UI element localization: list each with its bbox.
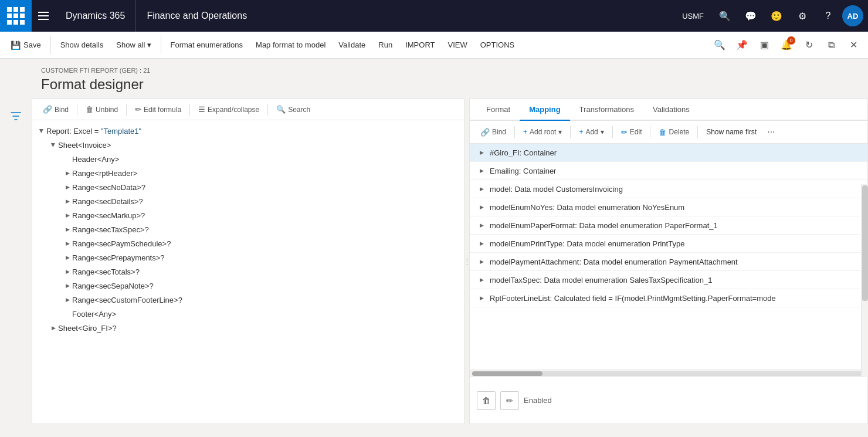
right-bind-button[interactable]: 🔗 Bind [476, 126, 511, 139]
tree-item[interactable]: ▶ Report: Excel = "Template1" [32, 124, 464, 138]
edit-formula-button[interactable]: ✏ Edit formula [130, 103, 186, 116]
tree-container[interactable]: ▶ Report: Excel = "Template1" ▶ Sheet<In… [32, 120, 464, 424]
chat-button[interactable]: 💬 [739, 4, 762, 28]
tree-item[interactable]: ▶ Range<secNoData>? [32, 180, 464, 194]
tree-item[interactable]: ▶ Sheet<Invoice> [32, 138, 464, 152]
avatar[interactable]: AD [842, 5, 863, 26]
map-format-button[interactable]: Map format to model [250, 37, 331, 53]
bottom-edit-button[interactable]: ✏ [500, 391, 519, 410]
mapping-item[interactable]: ▶ modelEnumNoYes: Data model enumeration… [470, 198, 867, 216]
mapping-arrow-icon[interactable]: ▶ [477, 239, 486, 248]
filter-icon[interactable] [4, 104, 28, 128]
bind-button[interactable]: 🔗 Bind [38, 103, 73, 116]
run-button[interactable]: Run [372, 37, 398, 53]
unbind-button[interactable]: 🗑 Unbind [81, 103, 123, 116]
tree-item[interactable]: ▶ Range<secPrepayments>? [32, 250, 464, 265]
bottom-delete-button[interactable]: 🗑 [477, 391, 496, 410]
search-left-button[interactable]: 🔍 Search [272, 103, 315, 116]
mapping-arrow-icon[interactable]: ▶ [477, 221, 486, 230]
delete-button[interactable]: 🗑 Delete [654, 126, 694, 139]
show-all-button[interactable]: Show all ▾ [110, 37, 157, 53]
right-sep-1 [514, 126, 515, 138]
pin-icon[interactable]: 📌 [732, 35, 752, 55]
tree-arrow-icon[interactable]: ▶ [37, 126, 46, 135]
mapping-item[interactable]: ▶ Emailing: Container [470, 162, 867, 180]
more-options-button[interactable]: ··· [764, 124, 778, 140]
tree-item[interactable]: ▶ Range<secTotals>? [32, 265, 464, 279]
tree-item[interactable]: ▶ Range<secCustomFooterLine>? [32, 293, 464, 307]
tree-item[interactable]: ▶ Range<secDetails>? [32, 194, 464, 208]
tree-arrow-icon[interactable]: ▶ [63, 253, 72, 262]
hamburger-menu[interactable] [32, 0, 55, 32]
tree-item[interactable]: Footer<Any> [32, 307, 464, 321]
mapping-item[interactable]: ▶ modelTaxSpec: Data model enumeration S… [470, 271, 867, 289]
tree-arrow-icon[interactable]: ▶ [63, 239, 72, 248]
tree-item[interactable]: ▶ Range<rptHeader> [32, 166, 464, 180]
tree-arrow-icon[interactable] [63, 154, 72, 164]
mapping-item[interactable]: ▶ modelEnumPaperFormat: Data model enume… [470, 216, 867, 235]
tree-arrow-icon[interactable]: ▶ [63, 211, 72, 220]
mapping-item[interactable]: ▶ modelPaymentAttachment: Data model enu… [470, 253, 867, 271]
panel-icon[interactable]: ▣ [754, 35, 774, 55]
mapping-item[interactable]: ▶ modelEnumPrintType: Data model enumera… [470, 235, 867, 253]
add-button[interactable]: + Add ▾ [574, 126, 608, 138]
edit-button[interactable]: ✏ Edit [616, 126, 647, 139]
panel-splitter[interactable]: ⋮ [464, 99, 469, 424]
settings-button[interactable]: ⚙ [791, 4, 814, 28]
mapping-item[interactable]: ▶ #Giro_FI: Container [470, 144, 867, 162]
tree-item[interactable]: ▶ Sheet<Giro_FI>? [32, 321, 464, 335]
search-button[interactable]: 🔍 [713, 4, 737, 28]
tree-arrow-icon[interactable]: ▶ [63, 295, 72, 304]
mapping-item[interactable]: ▶ RptFooterLineList: Calculated field = … [470, 289, 867, 307]
mapping-arrow-icon[interactable]: ▶ [477, 148, 486, 157]
tab-validations[interactable]: Validations [643, 99, 699, 121]
tree-item[interactable]: ▶ Range<secMarkup>? [32, 208, 464, 222]
tree-label: Footer<Any> [72, 310, 116, 319]
tree-arrow-icon[interactable]: ▶ [63, 197, 72, 206]
mapping-item[interactable]: ▶ model: Data model CustomersInvoicing [470, 180, 867, 198]
refresh-icon[interactable]: ↻ [799, 35, 819, 55]
feedback-button[interactable]: 🙂 [765, 4, 788, 28]
mapping-arrow-icon[interactable]: ▶ [477, 202, 486, 212]
add-root-button[interactable]: + Add root ▾ [518, 126, 567, 138]
tree-arrow-icon[interactable]: ▶ [63, 225, 72, 234]
tree-arrow-icon[interactable]: ▶ [63, 168, 72, 178]
horizontal-scrollbar[interactable] [470, 370, 867, 377]
format-enumerations-button[interactable]: Format enumerations [165, 37, 249, 53]
tab-mapping[interactable]: Mapping [520, 99, 569, 121]
tab-format[interactable]: Format [477, 99, 520, 121]
scrollbar-thumb[interactable] [472, 371, 542, 376]
mapping-arrow-icon[interactable]: ▶ [477, 184, 486, 194]
view-button[interactable]: VIEW [442, 37, 473, 53]
tree-item[interactable]: ▶ Range<secTaxSpec>? [32, 222, 464, 236]
tree-arrow-icon[interactable]: ▶ [63, 281, 72, 290]
mapping-arrow-icon[interactable]: ▶ [477, 275, 486, 284]
tree-item[interactable]: ▶ Range<secPaymSchedule>? [32, 236, 464, 250]
import-button[interactable]: IMPORT [399, 37, 440, 53]
search-toolbar-icon[interactable]: 🔍 [710, 35, 730, 55]
tree-item[interactable]: Header<Any> [32, 152, 464, 166]
badge-icon[interactable]: 🔔 0 [777, 35, 796, 55]
tree-arrow-icon[interactable]: ▶ [49, 323, 58, 333]
expand-collapse-button[interactable]: ☰ Expand/collapse [194, 103, 264, 116]
tree-arrow-icon[interactable] [63, 309, 72, 319]
tree-arrow-icon[interactable]: ▶ [63, 267, 72, 276]
tree-arrow-icon[interactable]: ▶ [63, 182, 72, 192]
tree-item[interactable]: ▶ Range<secSepaNote>? [32, 279, 464, 293]
validate-button[interactable]: Validate [333, 37, 371, 53]
mapping-arrow-icon[interactable]: ▶ [477, 293, 486, 303]
show-details-button[interactable]: Show details [55, 37, 110, 53]
vertical-scrollbar[interactable] [861, 184, 868, 377]
mapping-arrow-icon[interactable]: ▶ [477, 257, 486, 266]
vertical-scrollbar-thumb[interactable] [862, 185, 868, 301]
tree-arrow-icon[interactable]: ▶ [49, 140, 58, 150]
help-button[interactable]: ? [816, 4, 840, 28]
mapping-arrow-icon[interactable]: ▶ [477, 166, 486, 175]
open-new-icon[interactable]: ⧉ [821, 35, 841, 55]
show-name-first-button[interactable]: Show name first [701, 126, 761, 138]
save-button[interactable]: 💾 Save [5, 37, 47, 53]
tab-transformations[interactable]: Transformations [570, 99, 643, 121]
waffle-button[interactable] [0, 0, 32, 32]
close-icon[interactable]: ✕ [843, 35, 863, 55]
options-button[interactable]: OPTIONS [474, 37, 521, 53]
